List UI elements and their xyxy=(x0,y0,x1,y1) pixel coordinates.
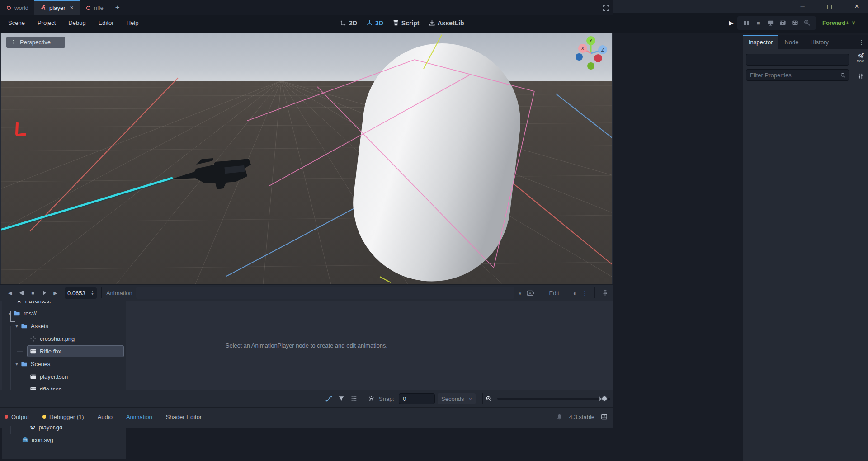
version-label: 4.3.stable xyxy=(569,414,594,420)
new-scene-tab-button[interactable]: + xyxy=(109,0,126,15)
bezier-curve-button[interactable] xyxy=(323,393,335,405)
stop-button[interactable]: ■ xyxy=(752,17,764,29)
stop-animation-button[interactable]: ■ xyxy=(27,287,38,298)
doc-search-button[interactable]: DOC xyxy=(857,53,864,63)
close-button[interactable]: × xyxy=(852,2,862,10)
snap-toggle-button[interactable] xyxy=(365,393,377,405)
play-button[interactable]: ▶ xyxy=(725,17,737,29)
distraction-free-button[interactable] xyxy=(599,0,613,15)
pause-icon xyxy=(744,20,749,26)
bottom-panel-bar: Output Debugger (1) Audio Animation Shad… xyxy=(0,407,613,426)
animation-menu-icon[interactable]: ⋮ xyxy=(582,290,588,296)
notifications-bell-icon[interactable] xyxy=(556,414,563,420)
axis-x-label: X xyxy=(581,46,585,51)
menu-help[interactable]: Help xyxy=(122,17,143,28)
fs-item-rifle-fbx[interactable]: Rifle.fbx xyxy=(2,345,126,358)
panel-toggle-icon xyxy=(601,414,608,420)
animation-time-spinbox[interactable]: 0.0653 ▲▼ xyxy=(65,287,97,299)
group-tracks-button[interactable] xyxy=(348,393,360,405)
snap-unit-dropdown[interactable]: Seconds ∨ xyxy=(438,393,476,404)
maximize-button[interactable]: ▢ xyxy=(825,3,835,10)
crosshair-texture-icon xyxy=(30,335,37,342)
spinbox-arrows-icon[interactable]: ▲▼ xyxy=(91,290,94,296)
magnet-icon xyxy=(368,395,375,402)
play-animation-button[interactable]: ▶ xyxy=(50,287,61,298)
doc-search-icon xyxy=(857,53,863,59)
play-scene-icon xyxy=(779,19,786,26)
fit-timeline-button[interactable] xyxy=(596,393,608,405)
axis-neg-x-ball[interactable] xyxy=(594,54,602,62)
play-from-start-button[interactable] xyxy=(38,287,50,298)
tab-history[interactable]: History xyxy=(805,35,835,49)
close-tab-icon[interactable]: × xyxy=(70,4,74,11)
workspace-assetlib-button[interactable]: AssetLib xyxy=(429,19,464,27)
animation-empty-message: Select an AnimationPlayer node to create… xyxy=(226,342,387,349)
workspace-2d-button[interactable]: 2D xyxy=(340,19,357,27)
fs-item-player-tscn[interactable]: player.tscn xyxy=(2,370,126,383)
scene-tab-player[interactable]: player × xyxy=(34,0,80,15)
chevron-down-icon[interactable]: ∨ xyxy=(518,290,522,296)
inspector-dock: Inspector Node History ⋮ ⋮ ‹ › ↺ DOC xyxy=(743,35,868,461)
pin-panel-button[interactable] xyxy=(602,290,609,296)
fs-item-res[interactable]: ▾ res:// xyxy=(2,307,126,320)
inspector-filter-input[interactable] xyxy=(746,69,849,81)
remote-debug-button[interactable] xyxy=(764,17,777,29)
play-backwards-from-end-button[interactable] xyxy=(16,287,27,298)
folder-icon xyxy=(21,323,28,329)
perspective-menu-button[interactable]: ⋮ Perspective xyxy=(6,37,65,48)
run-bar: ▶ ■ Forward+ ∨ xyxy=(725,16,855,30)
snap-step-input[interactable] xyxy=(399,393,435,404)
viewport-render: Y X Z xyxy=(1,33,612,284)
menu-scene[interactable]: Scene xyxy=(4,17,29,28)
play-custom-scene-button[interactable] xyxy=(789,17,801,29)
viewport-3d[interactable]: Y X Z ⋮ Perspective xyxy=(1,33,612,284)
menu-editor[interactable]: Editor xyxy=(94,17,118,28)
fs-item-assets[interactable]: ▾ Assets xyxy=(2,320,126,332)
menu-debug[interactable]: Debug xyxy=(64,17,90,28)
animation-name-dropdown[interactable] xyxy=(136,287,515,299)
property-tools-button[interactable] xyxy=(857,73,864,80)
bezier-icon xyxy=(326,395,332,402)
axis-neg-y-ball[interactable] xyxy=(587,62,594,70)
scene-tab-world[interactable]: world xyxy=(0,0,34,15)
tab-inspector[interactable]: Inspector xyxy=(743,35,778,49)
chevron-down-icon[interactable]: ▾ xyxy=(14,324,20,329)
scene-tab-rifle[interactable]: rifle xyxy=(80,0,109,15)
scene-file-icon xyxy=(30,348,37,355)
2d-icon xyxy=(340,19,347,26)
axis-neg-z-ball[interactable] xyxy=(576,53,583,61)
renderer-dropdown[interactable]: Forward+ ∨ xyxy=(822,19,855,26)
bottom-tab-shader-editor[interactable]: Shader Editor xyxy=(166,414,202,420)
filter-tracks-button[interactable] xyxy=(335,393,347,405)
minimize-button[interactable]: ─ xyxy=(797,3,807,10)
play-scene-button[interactable] xyxy=(777,17,789,29)
fs-item-icon-svg[interactable]: icon.svg xyxy=(2,433,126,446)
onion-skinning-button[interactable]: ◐ xyxy=(573,289,577,297)
movie-maker-button[interactable] xyxy=(801,17,813,29)
tab-node[interactable]: Node xyxy=(778,35,804,49)
chevron-down-icon[interactable]: ▾ xyxy=(6,311,13,316)
animation-edit-menu[interactable]: Edit xyxy=(549,290,559,296)
movie-maker-icon xyxy=(804,19,811,26)
workspace-script-button[interactable]: Script xyxy=(392,19,420,27)
bottom-tab-output[interactable]: Output xyxy=(5,414,29,420)
chevron-down-icon[interactable]: ▾ xyxy=(14,362,20,367)
output-status-dot xyxy=(5,415,8,419)
workspace-3d-button[interactable]: 3D xyxy=(366,19,383,27)
fs-item-scenes[interactable]: ▾ Scenes xyxy=(2,358,126,370)
menu-project[interactable]: Project xyxy=(33,17,60,28)
autoplay-toggle-button[interactable] xyxy=(527,290,535,296)
fs-item-crosshair-png[interactable]: crosshair.png xyxy=(2,332,126,345)
bottom-tab-debugger[interactable]: Debugger (1) xyxy=(42,414,84,420)
play-backwards-button[interactable]: ◀ xyxy=(5,287,16,298)
expand-bottom-panel-button[interactable] xyxy=(601,414,608,420)
inspector-dock-menu-icon[interactable]: ⋮ xyxy=(855,35,868,49)
pause-button[interactable] xyxy=(740,17,752,29)
zoom-timeline-button[interactable] xyxy=(483,393,495,405)
timeline-zoom-slider[interactable] xyxy=(497,398,610,400)
assetlib-icon xyxy=(429,19,435,26)
node3d-icon xyxy=(85,5,91,11)
bottom-tab-animation[interactable]: Animation xyxy=(126,414,152,420)
bottom-tab-audio[interactable]: Audio xyxy=(98,414,113,420)
snap-label: Snap: xyxy=(379,395,394,402)
